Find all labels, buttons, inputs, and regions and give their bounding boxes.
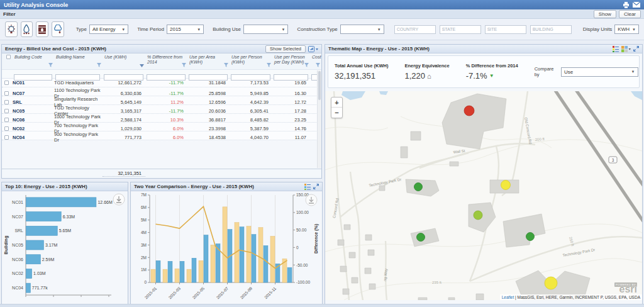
prev-year-bar[interactable] [223,207,227,282]
building-marker[interactable] [417,233,425,242]
column-filter-icon[interactable] [48,63,53,69]
electricity-icon[interactable] [5,21,18,37]
current-year-bar[interactable] [192,258,196,282]
column-filter-icon[interactable] [304,63,309,69]
building-marker[interactable] [414,183,423,191]
table-row[interactable]: NC04900 Technology Park Dr771,7736.0%18.… [2,131,321,140]
column-filter-input[interactable] [231,74,270,81]
row-checkbox[interactable] [4,100,9,104]
row-checkbox[interactable] [4,118,9,122]
table-row[interactable]: NC01TGD Headquarters12,661,272-11.7%31.1… [2,79,321,87]
compare-by-select[interactable]: Use▼ [561,67,638,77]
column-header[interactable]: Use per Person (KWH) [230,53,272,69]
building-marker[interactable] [464,106,474,116]
table-row[interactable]: NC02700 Technology Park Dr1,029,0306.0%2… [2,123,321,131]
expand-icon[interactable] [313,184,319,189]
show-selected-button[interactable]: Show Selected [265,45,306,53]
top10-bar[interactable] [26,255,41,264]
construction-type-select[interactable]: ▼ [340,25,384,34]
current-year-bar[interactable] [204,235,208,282]
column-filter-input[interactable] [147,74,186,81]
prev-year-bar[interactable] [247,226,251,282]
gas-icon[interactable] [21,21,33,37]
prev-year-bar[interactable] [211,245,215,282]
print-icon[interactable] [623,2,630,8]
state-input[interactable] [440,25,481,34]
table-row[interactable]: NC061000 Technology Park Dr2,588,17410.3… [2,114,321,123]
legend-icon[interactable] [613,46,619,52]
column-filter-input[interactable] [104,74,143,81]
country-input[interactable] [394,25,436,34]
top10-bar[interactable] [26,269,32,278]
display-units-select[interactable]: KWH▼ [614,25,639,34]
site-input[interactable] [485,25,526,34]
building-marker[interactable] [474,211,482,220]
row-checkbox[interactable] [4,126,9,131]
column-filter-input[interactable] [55,74,100,81]
column-header[interactable]: % Difference from 2014 [145,53,187,69]
prev-year-bar[interactable] [187,269,191,282]
building-use-select[interactable]: ▼ [243,25,288,34]
oil-icon[interactable] [36,21,48,37]
download-icon[interactable] [113,194,125,205]
zoom-out-button[interactable]: − [331,108,342,118]
table-row[interactable]: NC071100 Technology Park Dr6,330,636-11.… [2,87,321,96]
expand-icon[interactable] [633,46,639,52]
column-filter-input[interactable] [274,74,308,81]
show-button[interactable]: Show [594,10,616,18]
building-marker[interactable] [545,277,557,289]
top10-bar[interactable] [26,240,44,250]
zoom-in-button[interactable]: + [331,98,342,108]
basemap-layers-icon[interactable] [621,46,631,52]
top10-bar[interactable] [26,283,31,293]
top10-bar[interactable] [26,198,96,207]
mail-icon[interactable] [633,2,640,8]
horizontal-scrollbar[interactable] [0,304,644,307]
export-icon[interactable] [308,46,318,52]
column-header[interactable]: Use per Area (KWH) [187,53,230,69]
download-icon[interactable] [306,194,317,206]
column-header[interactable]: Use per Person per Day (KWH) [272,53,310,69]
select-all-checkbox[interactable] [6,55,11,59]
building-marker[interactable] [526,233,535,241]
prev-year-bar[interactable] [151,269,155,282]
current-year-bar[interactable] [168,261,172,282]
water-icon[interactable] [52,21,64,37]
column-header[interactable]: Building Code [13,53,54,69]
clear-button[interactable]: Clear [619,10,641,18]
current-year-bar[interactable] [180,261,184,282]
map-canvas[interactable]: + − 3Concord RdTechnology Park DrWall St… [325,91,642,300]
prev-year-bar[interactable] [199,260,203,282]
prev-year-bar[interactable] [163,269,167,282]
column-filter-input[interactable] [14,74,52,81]
sort-desc-icon[interactable] [140,64,144,69]
top10-bar[interactable] [26,212,62,221]
column-filter-icon[interactable] [316,63,320,69]
table-row[interactable]: SRLSingularity Research Lab5,645,14911.2… [2,96,321,105]
table-scrollbar[interactable] [317,70,321,168]
column-filter-input[interactable] [189,74,228,81]
prev-year-bar[interactable] [175,269,179,282]
legend-icon[interactable] [304,184,311,190]
column-header[interactable]: Use (KWH) [103,53,145,69]
building-input[interactable] [530,25,572,34]
row-checkbox[interactable] [4,81,9,85]
column-filter-icon[interactable] [182,63,186,69]
current-year-bar[interactable] [156,260,160,282]
current-year-bar[interactable] [216,243,220,282]
prev-year-bar[interactable] [258,228,263,282]
prev-year-bar[interactable] [270,237,275,282]
current-year-bar[interactable] [264,245,268,282]
column-filter-icon[interactable] [267,63,271,69]
row-checkbox[interactable] [4,109,9,113]
current-year-bar[interactable] [252,235,256,282]
column-header[interactable]: Building Name [54,53,103,69]
time-period-select[interactable]: 2015▼ [167,25,204,34]
top10-bar[interactable] [26,226,58,235]
current-year-bar[interactable] [240,227,244,282]
row-checkbox[interactable] [4,135,9,140]
building-marker[interactable] [501,181,511,190]
column-filter-icon[interactable] [224,63,228,69]
type-select[interactable]: All Energy▼ [89,25,128,34]
leaflet-link[interactable]: Leaflet [502,295,514,299]
